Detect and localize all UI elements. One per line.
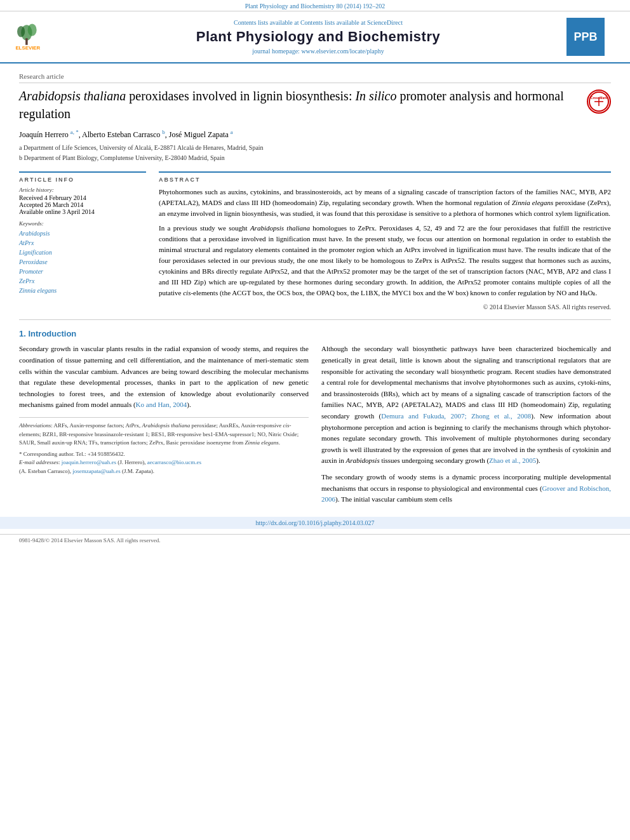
journal-header-center: Contents lists available at Contents lis…	[70, 19, 566, 55]
intro-title: 1. Introduction	[19, 329, 611, 338]
title-normal-1: peroxidases involved in lignin biosynthe…	[126, 89, 355, 103]
intro-left-text: Secondary growth in vascular plants resu…	[19, 343, 309, 411]
article-info-abstract: ARTICLE INFO Article history: Received 4…	[19, 171, 611, 310]
sciencedirect-link: Contents lists available at Contents lis…	[70, 19, 566, 26]
svg-point-3	[17, 26, 25, 37]
ppb-logo: PPB	[566, 18, 605, 56]
available-date: Available online 3 April 2014	[19, 208, 146, 215]
email-herrero[interactable]: joaquin.herrero@uah.es	[62, 459, 116, 465]
abstract-para2: In a previous study we sought Arabidopsi…	[159, 223, 611, 298]
article-type-label: Research article	[19, 72, 611, 83]
demura-link[interactable]: Demura and Fukuda, 2007; Zhong et al., 2…	[381, 412, 531, 420]
issn-text: 0981-9428/© 2014 Elsevier Masson SAS. Al…	[19, 537, 161, 543]
intro-number: 1.	[19, 329, 26, 338]
elsevier-logo: ELSEVIER	[13, 22, 57, 52]
page: Plant Physiology and Biochemistry 80 (20…	[0, 0, 630, 840]
keyword-zeprx: ZePrx	[19, 276, 146, 286]
article-title: CrossMark Arabidopsis thaliana peroxidas…	[19, 87, 611, 123]
email-zapata[interactable]: josemzapata@uah.es	[72, 468, 121, 474]
keyword-arabidopsis: Arabidopsis	[19, 229, 146, 238]
abstract-heading: ABSTRACT	[159, 177, 611, 183]
intro-right: Although the secondary wall biosynthetic…	[321, 343, 611, 510]
intro-title-text: Introduction	[28, 329, 76, 338]
keyword-atprx: AtPrx	[19, 238, 146, 248]
footnote-corresponding: * Corresponding author. Tel.: +34 918856…	[19, 450, 309, 459]
intro-right-para2: The secondary growth of woody stems is a…	[321, 472, 611, 505]
ko-han-link[interactable]: Ko and Han, 2004	[136, 401, 187, 408]
keyword-peroxidase: Peroxidase	[19, 257, 146, 267]
footnote-area: Abbreviations: ARFs, Auxin-response fact…	[19, 417, 309, 476]
accepted-date: Accepted 26 March 2014	[19, 201, 146, 208]
abstract-col: ABSTRACT Phytohormones such as auxins, c…	[159, 171, 611, 310]
abstract-text: Phytohormones such as auxins, cytokinins…	[159, 187, 611, 298]
journal-citation-text: Plant Physiology and Biochemistry 80 (20…	[245, 3, 385, 10]
journal-header-left: ELSEVIER	[13, 22, 70, 52]
groover-link[interactable]: Groover and Robischon, 2006	[321, 484, 611, 503]
article-title-text: Arabidopsis thaliana peroxidases involve…	[19, 87, 611, 123]
intro-left: Secondary growth in vascular plants resu…	[19, 343, 309, 510]
zhao-link[interactable]: Zhao et al., 2005	[489, 457, 536, 464]
journal-title: Plant Physiology and Biochemistry	[70, 29, 566, 45]
article-history-group: Article history: Received 4 February 201…	[19, 187, 146, 215]
section-divider	[19, 319, 611, 320]
content-area: Research article CrossMark Arabidopsis t…	[0, 72, 630, 510]
article-info-col: ARTICLE INFO Article history: Received 4…	[19, 171, 146, 310]
svg-point-2	[28, 23, 37, 36]
svg-text:ELSEVIER: ELSEVIER	[15, 45, 40, 51]
crossmark-icon: CrossMark	[587, 90, 611, 114]
introduction-section: 1. Introduction Secondary growth in vasc…	[19, 329, 611, 510]
abstract-para1: Phytohormones such as auxins, cytokinins…	[159, 187, 611, 219]
intro-para1: Secondary growth in vascular plants resu…	[19, 343, 309, 411]
title-italic-2: In silico	[355, 89, 396, 103]
journal-header: ELSEVIER Contents lists available at Con…	[0, 11, 630, 63]
intro-body: Secondary growth in vascular plants resu…	[19, 343, 611, 510]
keywords-label: Keywords:	[19, 220, 146, 227]
affiliation-b: b Department of Plant Biology, Compluten…	[19, 154, 611, 163]
email-carrasco[interactable]: aecarrasco@bio.ucm.es	[147, 459, 201, 465]
intro-right-para1: Although the secondary wall biosynthetic…	[321, 343, 611, 467]
keywords-group: Keywords: Arabidopsis AtPrx Lignificatio…	[19, 220, 146, 295]
footnote-emails: E-mail addresses: joaquin.herrero@uah.es…	[19, 458, 309, 476]
bottom-bar: 0981-9428/© 2014 Elsevier Masson SAS. Al…	[0, 534, 630, 546]
article-history-label: Article history:	[19, 187, 146, 193]
journal-homepage[interactable]: journal homepage: www.elsevier.com/locat…	[70, 48, 566, 55]
authors-line: Joaquín Herrero a, *, Alberto Esteban Ca…	[19, 129, 611, 140]
received-date: Received 4 February 2014	[19, 194, 146, 201]
copyright-text: © 2014 Elsevier Masson SAS. All rights r…	[159, 303, 611, 310]
article-info-heading: ARTICLE INFO	[19, 177, 146, 183]
crossmark-badge[interactable]: CrossMark	[587, 90, 611, 114]
intro-right-text: Although the secondary wall biosynthetic…	[321, 343, 611, 505]
doi-bar[interactable]: http://dx.doi.org/10.1016/j.plaphy.2014.…	[0, 517, 630, 529]
keyword-zinnia: Zinnia elegans	[19, 286, 146, 295]
affiliation-a: a Department of Life Sciences, Universit…	[19, 143, 611, 152]
journal-citation-bar: Plant Physiology and Biochemistry 80 (20…	[0, 0, 630, 11]
svg-rect-4	[25, 38, 28, 45]
doi-text[interactable]: http://dx.doi.org/10.1016/j.plaphy.2014.…	[255, 519, 374, 526]
sciencedirect-text[interactable]: Contents lists available at ScienceDirec…	[300, 19, 403, 26]
keyword-promoter: Promoter	[19, 267, 146, 276]
footnote-abbreviations: Abbreviations: ARFs, Auxin-response fact…	[19, 422, 309, 448]
keyword-lignification: Lignification	[19, 248, 146, 257]
title-italic-1: Arabidopsis thaliana	[19, 89, 126, 103]
